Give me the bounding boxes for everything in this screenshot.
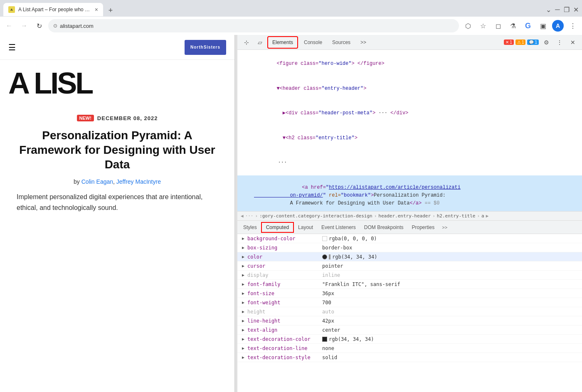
computed-prop-row[interactable]: ▶displayinline: [237, 271, 582, 280]
settings-icon[interactable]: ⚙: [540, 37, 552, 48]
prop-toggle-icon[interactable]: ▶: [241, 282, 246, 287]
prop-toggle-icon[interactable]: ▶: [241, 273, 246, 278]
warning-badge[interactable]: ⚠ 1: [515, 39, 526, 45]
tab-more[interactable]: >>: [356, 37, 370, 48]
google-icon[interactable]: G: [522, 20, 534, 32]
lab-icon[interactable]: ⚗: [507, 20, 519, 32]
tab-styles[interactable]: Styles: [239, 223, 261, 232]
element-picker-icon[interactable]: ⊹: [241, 37, 252, 48]
computed-prop-row[interactable]: ▶text-decoration-colorrgb(34, 34, 34): [237, 335, 582, 344]
breadcrumb-back-icon[interactable]: ◀: [241, 213, 244, 219]
color-circle-icon[interactable]: [322, 254, 327, 259]
back-button[interactable]: ←: [3, 20, 15, 32]
menu-icon[interactable]: ⋮: [567, 20, 579, 32]
computed-prop-row[interactable]: ▶cursorpointer: [237, 261, 582, 271]
tab-panel-more[interactable]: >>: [439, 223, 451, 232]
tab-computed[interactable]: Computed: [261, 222, 294, 233]
computed-prop-row[interactable]: ▶colorrgb(34, 34, 34): [237, 252, 582, 261]
prop-toggle-icon[interactable]: ▶: [241, 264, 246, 269]
tab-properties[interactable]: Properties: [408, 223, 439, 232]
tab-dom-breakpoints[interactable]: DOM Breakpoints: [360, 223, 408, 232]
prop-toggle-icon[interactable]: ▶: [241, 337, 246, 342]
computed-prop-row[interactable]: ▶heightauto: [237, 307, 582, 316]
prop-value: rgb(34, 34, 34): [322, 254, 579, 260]
prop-value: auto: [322, 309, 579, 315]
panel-divider[interactable]: [235, 35, 237, 392]
breadcrumb-item-3[interactable]: h2.entry-title: [437, 213, 476, 219]
close-button[interactable]: ✕: [573, 7, 579, 12]
tab-event-listeners[interactable]: Event Listeners: [317, 223, 360, 232]
tab-layout[interactable]: Layout: [294, 223, 317, 232]
breadcrumb-forward-icon[interactable]: ▶: [486, 213, 489, 219]
webpage-panel: ☰ NorthSisters A LISL NEW! DECEMBER 08, …: [0, 35, 235, 392]
restore-button[interactable]: ❐: [564, 7, 570, 12]
prop-toggle-icon[interactable]: ▶: [241, 346, 246, 351]
dom-line[interactable]: <figure class="hero-wide"> </figure>: [237, 52, 582, 76]
url-bar[interactable]: ⊙ alistapart.com: [48, 19, 459, 32]
devtools-close-icon[interactable]: ✕: [567, 37, 579, 48]
prop-toggle-icon[interactable]: ▶: [241, 328, 246, 333]
dom-line[interactable]: ▼<h2 class="entry-title">: [237, 126, 582, 151]
address-bar: ← → ↻ ⊙ alistapart.com ⬡ ☆ ◻ ⚗ G ▣ A ⋮: [0, 17, 582, 35]
prop-toggle-icon[interactable]: ▶: [241, 355, 246, 360]
active-tab[interactable]: A A List Apart – For people who ma... ×: [3, 3, 103, 16]
new-tab-button[interactable]: +: [105, 5, 116, 16]
computed-prop-row[interactable]: ▶font-family"Franklin ITC", sans-serif: [237, 280, 582, 289]
message-badge[interactable]: 💬 1: [527, 39, 539, 45]
computed-properties: ▶background-colorrgba(0, 0, 0, 0)▶box-si…: [237, 234, 582, 392]
computed-prop-row[interactable]: ▶line-height42px: [237, 316, 582, 325]
article-title: Personalization Pyramid: A Framework for…: [17, 128, 218, 172]
computed-prop-row[interactable]: ▶text-decoration-linenone: [237, 344, 582, 353]
extensions-icon[interactable]: ◻: [492, 20, 504, 32]
dom-line-selected[interactable]: <a href="https://alistapart.com/article/…: [237, 175, 582, 211]
dom-line[interactable]: ▶<div class="header-post-meta"> ··· </di…: [237, 101, 582, 126]
devtools-more-icon[interactable]: ⋮: [554, 37, 565, 48]
prop-value: 36px: [322, 291, 579, 296]
computed-prop-row[interactable]: ▶font-size36px: [237, 289, 582, 298]
sidebar-icon[interactable]: ▣: [537, 20, 549, 32]
tab-list-icon[interactable]: ⌄: [545, 7, 551, 12]
dom-tree[interactable]: <figure class="hero-wide"> </figure> ▼<h…: [237, 50, 582, 211]
article-date: DECEMBER 08, 2022: [97, 115, 158, 121]
breadcrumb-item-1[interactable]: :gory-content.category-interaction-desig…: [259, 213, 372, 219]
author1-link[interactable]: Colin Eagan: [81, 178, 113, 185]
prop-name: text-decoration-color: [247, 336, 322, 342]
reload-button[interactable]: ↻: [33, 20, 45, 32]
prop-toggle-icon[interactable]: ▶: [241, 291, 246, 296]
prop-value: center: [322, 327, 579, 333]
computed-prop-row[interactable]: ▶font-weight700: [237, 298, 582, 307]
breadcrumb-item-4[interactable]: a: [481, 213, 484, 219]
author2-link[interactable]: Jeffrey MacIntyre: [116, 178, 161, 185]
profile-icon[interactable]: A: [552, 20, 564, 32]
tab-sources[interactable]: Sources: [328, 37, 355, 48]
prop-name: font-family: [247, 281, 322, 287]
hamburger-menu-icon[interactable]: ☰: [8, 42, 16, 52]
tab-close-button[interactable]: ×: [95, 6, 98, 13]
tab-console[interactable]: Console: [300, 37, 326, 48]
dom-line[interactable]: ▼<header class="entry-header">: [237, 76, 582, 101]
computed-prop-row[interactable]: ▶text-decoration-stylesolid: [237, 353, 582, 362]
dom-line[interactable]: ···: [237, 150, 582, 175]
computed-prop-row[interactable]: ▶text-aligncenter: [237, 325, 582, 335]
breadcrumb-item-2[interactable]: header.entry-header: [378, 213, 431, 219]
tab-elements[interactable]: Elements: [267, 36, 298, 49]
forward-button[interactable]: →: [18, 20, 30, 32]
color-swatch-icon[interactable]: [322, 337, 327, 342]
prop-toggle-icon[interactable]: ▶: [241, 254, 246, 259]
devtools-status-icons: ✕ 1 ⚠ 1 💬 1 ⚙ ⋮ ✕: [504, 37, 579, 48]
prop-toggle-icon[interactable]: ▶: [241, 245, 246, 250]
site-name-large: A LISL: [0, 60, 234, 106]
cast-icon[interactable]: ⬡: [462, 20, 474, 32]
minimize-button[interactable]: ─: [555, 7, 560, 12]
bookmark-icon[interactable]: ☆: [477, 20, 489, 32]
prop-toggle-icon[interactable]: ▶: [241, 309, 246, 314]
device-toolbar-icon[interactable]: ▱: [254, 37, 266, 48]
computed-prop-row[interactable]: ▶background-colorrgba(0, 0, 0, 0): [237, 234, 582, 243]
prop-toggle-icon[interactable]: ▶: [241, 300, 246, 305]
computed-prop-row[interactable]: ▶box-sizingborder-box: [237, 243, 582, 252]
prop-toggle-icon[interactable]: ▶: [241, 318, 246, 323]
prop-toggle-icon[interactable]: ▶: [241, 236, 246, 241]
window-controls: ⌄ ─ ❐ ✕: [545, 7, 579, 12]
error-badge[interactable]: ✕ 1: [504, 39, 514, 45]
color-swatch-icon[interactable]: [322, 236, 327, 241]
